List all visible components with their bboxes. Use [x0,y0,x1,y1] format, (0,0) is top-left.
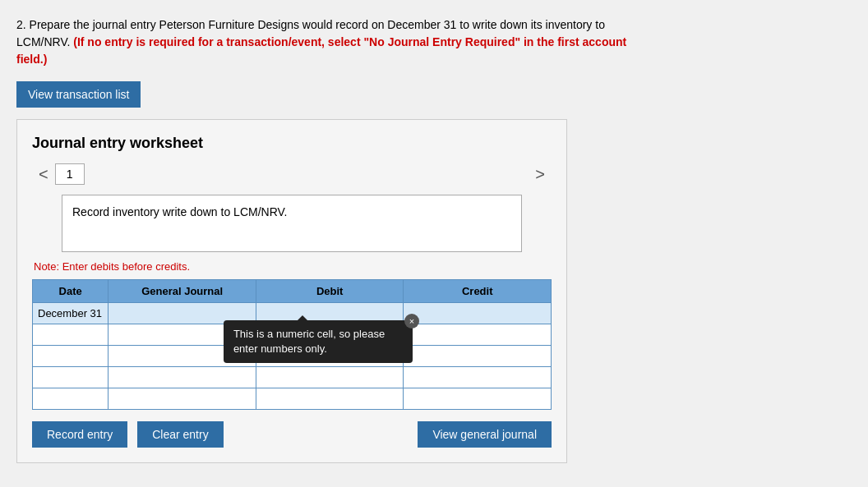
credit-cell-1[interactable] [404,303,552,324]
journal-table: Date General Journal Debit Credit Decemb… [32,279,552,410]
date-cell-3 [33,346,108,367]
col-debit: Debit [256,280,404,303]
debit-cell-5[interactable] [256,388,404,410]
question-text: 2. Prepare the journal entry Peterson Fu… [16,16,658,68]
question-bold-text: (If no entry is required for a transacti… [16,35,626,66]
question-number: 2. [16,18,26,31]
note-text: Note: Enter debits before credits. [34,260,552,273]
credit-cell-2[interactable] [404,324,552,346]
general-journal-cell-4[interactable] [108,367,256,388]
general-journal-input-5[interactable] [108,388,256,409]
view-transaction-button[interactable]: View transaction list [16,81,141,108]
tooltip-close-button[interactable]: × [404,314,419,328]
credit-input-3[interactable] [404,346,551,366]
date-cell-4 [33,367,108,388]
credit-input-4[interactable] [404,367,551,388]
credit-cell-5[interactable] [404,388,552,410]
tooltip-wrapper: × This is a numeric cell, so please ente… [256,306,404,321]
date-cell-5 [33,388,108,410]
description-box: Record inventory write down to LCM/NRV. [62,195,522,252]
tooltip-message: This is a numeric cell, so please enter … [233,328,385,355]
tooltip-box: × This is a numeric cell, so please ente… [224,320,413,363]
credit-input-1[interactable] [404,303,551,324]
debit-cell-1[interactable]: × This is a numeric cell, so please ente… [256,303,404,324]
col-credit: Credit [404,280,552,303]
col-general-journal: General Journal [108,280,256,303]
col-date: Date [33,280,108,303]
clear-entry-button[interactable]: Clear entry [137,421,223,448]
table-header: Date General Journal Debit Credit [33,280,552,303]
nav-prev-button[interactable]: < [32,165,55,184]
nav-row: < 1 > [32,163,552,185]
table-body: December 31 × This is a numeric cell, so… [33,303,552,410]
credit-input-2[interactable] [404,324,551,345]
record-entry-button[interactable]: Record entry [32,421,127,448]
date-cell-2 [33,324,108,346]
general-journal-input-4[interactable] [108,367,256,388]
debit-cell-4[interactable] [256,367,404,388]
date-cell-1: December 31 [33,303,108,324]
bottom-buttons: Record entry Clear entry View general jo… [32,421,552,448]
description-text: Record inventory write down to LCM/NRV. [72,205,287,218]
debit-input-1[interactable] [256,306,404,321]
general-journal-cell-5[interactable] [108,388,256,410]
nav-next-button[interactable]: > [529,165,552,184]
credit-input-5[interactable] [404,388,551,409]
page-number-box: 1 [55,163,85,185]
table-row [33,388,552,410]
table-row: December 31 × This is a numeric cell, so… [33,303,552,324]
table-row [33,367,552,388]
debit-input-4[interactable] [256,367,404,388]
worksheet-container: Journal entry worksheet < 1 > Record inv… [16,119,567,463]
debit-input-5[interactable] [256,388,404,409]
worksheet-title: Journal entry worksheet [32,135,552,152]
view-general-journal-button[interactable]: View general journal [418,421,552,448]
credit-cell-4[interactable] [404,367,552,388]
credit-cell-3[interactable] [404,346,552,367]
